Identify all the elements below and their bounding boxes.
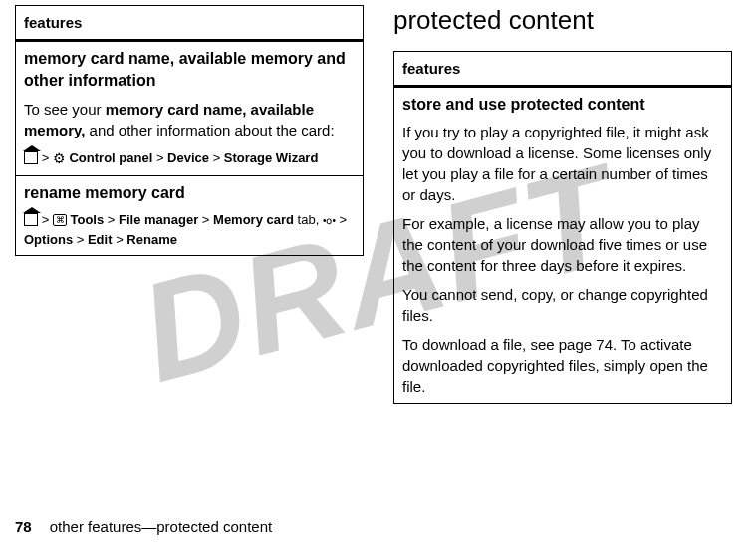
footer-text: other features—protected content: [50, 518, 272, 535]
memory-info-body: To see your memory card name, available …: [24, 99, 355, 140]
home-icon: [24, 213, 38, 226]
right-column: protected content features store and use…: [393, 5, 732, 404]
memory-info-cell: memory card name, available memory and o…: [16, 41, 364, 176]
protected-content-p1: If you try to play a copyrighted file, i…: [402, 122, 723, 205]
protected-content-p4: To download a file, see page 74. To acti…: [402, 334, 723, 397]
home-icon: [24, 151, 38, 164]
protected-content-p3: You cannot send, copy, or change copyrig…: [402, 284, 723, 326]
page-footer: 78other features—protected content: [15, 518, 272, 535]
memory-info-title: memory card name, available memory and o…: [24, 48, 355, 93]
memory-info-path: > ⚙ Control panel > Device > Storage Wiz…: [24, 148, 355, 169]
table-header-left: features: [16, 6, 364, 41]
features-table-left: features memory card name, available mem…: [15, 5, 364, 256]
protected-content-heading: protected content: [393, 5, 732, 36]
page-number: 78: [15, 518, 32, 535]
rename-card-title: rename memory card: [24, 182, 355, 204]
settings-icon: ⚙: [53, 148, 66, 169]
option-icon: •໐•: [323, 213, 336, 228]
protected-content-p2: For example, a license may allow you to …: [402, 213, 723, 276]
features-table-right: features store and use protected content…: [393, 51, 732, 404]
rename-card-cell: rename memory card > Tools > File manage…: [16, 175, 364, 255]
left-column: features memory card name, available mem…: [15, 5, 364, 404]
table-header-right: features: [394, 52, 732, 87]
tools-icon: [53, 214, 67, 226]
protected-content-title: store and use protected content: [402, 94, 723, 116]
page-content: features memory card name, available mem…: [0, 0, 756, 404]
rename-card-path: > Tools > File manager > Memory card tab…: [24, 210, 355, 249]
protected-content-cell: store and use protected content If you t…: [394, 87, 732, 404]
